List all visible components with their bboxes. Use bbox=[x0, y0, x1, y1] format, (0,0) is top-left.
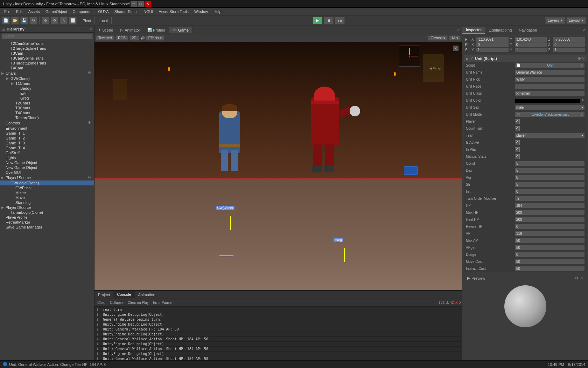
hierarchy-item[interactable]: T3CamSplineTrans bbox=[0, 56, 94, 61]
unit-model-ref[interactable]: 🎮 GW(Clone) (MoveAnimatio ⊙ bbox=[515, 112, 584, 117]
hierarchy-item[interactable]: PlayerProfile bbox=[0, 215, 94, 220]
team-dropdown[interactable]: player ▾ bbox=[515, 133, 584, 138]
hierarchy-close[interactable]: ✕ bbox=[89, 27, 92, 31]
step-button[interactable]: ⏭ bbox=[335, 17, 345, 25]
component-help-icon[interactable]: ? bbox=[582, 56, 584, 61]
textured-btn[interactable]: Textured bbox=[96, 35, 114, 41]
pause-button[interactable]: ⏸ bbox=[324, 17, 334, 25]
hierarchy-settings-icon[interactable]: ⚙ bbox=[88, 175, 93, 180]
console-row[interactable]: ℹUnityEngine.Debug:Log(Object) bbox=[95, 332, 461, 337]
hierarchy-item[interactable]: GuiStuff bbox=[0, 150, 94, 155]
hierarchy-item[interactable]: T4Chars bbox=[0, 110, 94, 115]
hierarchy-item[interactable]: Standing bbox=[0, 200, 94, 205]
hp-input[interactable] bbox=[515, 203, 584, 208]
tab-navigation[interactable]: Navigation bbox=[515, 27, 540, 33]
model-circle-icon[interactable]: ⊙ bbox=[580, 113, 583, 116]
max-ap-input[interactable] bbox=[515, 238, 584, 243]
scale-x-field[interactable] bbox=[476, 48, 509, 52]
menu-assets[interactable]: Assets bbox=[26, 9, 43, 14]
interact-cost-input[interactable] bbox=[515, 266, 584, 271]
console-row[interactable]: ℹUnityEngine.Debug:Log(Object) bbox=[95, 352, 461, 356]
hierarchy-item[interactable]: Tamar(Clone) bbox=[0, 115, 94, 120]
menu-edit[interactable]: Edit bbox=[13, 9, 26, 14]
menu-gameobject[interactable]: GameObject bbox=[43, 9, 70, 14]
tab-animation[interactable]: Animation bbox=[135, 292, 159, 298]
tab-lightmapping[interactable]: Lightmapping bbox=[485, 27, 515, 33]
preview-play-icon[interactable]: ▶ bbox=[467, 276, 470, 280]
init-input[interactable] bbox=[515, 189, 584, 194]
tab-project[interactable]: Project bbox=[94, 292, 113, 298]
console-row[interactable]: ℹUnityEngine.Debug:Log(Object) bbox=[95, 342, 461, 347]
menu-file[interactable]: File bbox=[1, 9, 13, 14]
unit-class-input[interactable] bbox=[515, 91, 584, 96]
pos-z-field[interactable] bbox=[553, 37, 585, 42]
menu-ngui[interactable]: NGUI bbox=[141, 9, 156, 14]
play-button[interactable]: ▶ bbox=[313, 17, 322, 25]
apgen-input[interactable] bbox=[515, 245, 584, 250]
console-row[interactable]: ℹUnit: General Wallace Action: Shoot HP:… bbox=[95, 356, 461, 360]
console-row[interactable]: ℹGeneral Wallace begins turn. bbox=[95, 317, 461, 322]
unit-race-input[interactable] bbox=[515, 84, 584, 89]
unit-sex-dropdown[interactable]: male ▾ bbox=[515, 105, 584, 110]
hierarchy-item[interactable]: T2CamSplineTrans bbox=[0, 41, 94, 46]
gizmos-btn[interactable]: Gizmos ▾ bbox=[428, 35, 448, 41]
error-pause-button[interactable]: Error Pause bbox=[152, 300, 173, 305]
rgb-btn[interactable]: RGB bbox=[115, 35, 128, 41]
layers-dropdown[interactable]: Layers ▾ bbox=[545, 17, 565, 24]
script-ref[interactable]: 📄 Unit ⊙ bbox=[515, 63, 584, 68]
hierarchy-item[interactable]: ▶GW(Clone) bbox=[0, 76, 94, 81]
save-scene-icon[interactable]: 💾 bbox=[20, 17, 28, 25]
maximize-button[interactable]: □ bbox=[138, 1, 144, 7]
hierarchy-settings-icon[interactable]: ⚙ bbox=[88, 71, 93, 76]
str-input[interactable] bbox=[515, 182, 584, 187]
twod-btn[interactable]: 2D bbox=[130, 35, 139, 41]
hierarchy-item[interactable]: Move bbox=[0, 195, 94, 200]
pos-y-field[interactable] bbox=[515, 37, 547, 42]
hierarchy-item[interactable]: T4Cam bbox=[0, 66, 94, 70]
console-row[interactable]: ℹUnityEngine.Debug:Log(Object) bbox=[95, 312, 461, 317]
new-scene-icon[interactable]: 📄 bbox=[2, 17, 10, 25]
rotate-tool-icon[interactable]: ⟳ bbox=[51, 17, 58, 25]
hierarchy-item[interactable]: TamarLogic(Clone) bbox=[0, 210, 94, 215]
ap-input[interactable] bbox=[515, 231, 584, 236]
hierarchy-search-input[interactable] bbox=[1, 33, 93, 39]
unit-script-header[interactable]: ▶ ✓ Unit (Script) ⚙ ? bbox=[464, 55, 587, 62]
tab-inspector[interactable]: Inspector bbox=[462, 27, 485, 34]
hierarchy-item[interactable]: Melee bbox=[0, 190, 94, 195]
component-settings-icon[interactable]: ⚙ bbox=[578, 56, 581, 61]
hierarchy-item[interactable]: Lights bbox=[0, 155, 94, 160]
rect-tool-icon[interactable]: ⬜ bbox=[69, 17, 77, 25]
console-row[interactable]: ℹUnit: General Wallace Action: Shoot HP:… bbox=[95, 347, 461, 352]
scene-gizmo[interactable]: Y bbox=[399, 46, 420, 67]
move-tool-icon[interactable]: ✛ bbox=[42, 17, 49, 25]
rot-z-field[interactable] bbox=[553, 42, 585, 47]
preview-close-icon[interactable]: ✕ bbox=[580, 276, 583, 280]
effects-btn[interactable]: Effects ▾ bbox=[146, 35, 164, 41]
move-cost-input[interactable] bbox=[515, 259, 584, 264]
agi-input[interactable] bbox=[515, 175, 584, 180]
color-edit-icon[interactable]: ✎ bbox=[582, 98, 584, 102]
pos-x-field[interactable] bbox=[476, 37, 509, 42]
color-swatch[interactable] bbox=[515, 98, 580, 103]
hierarchy-item[interactable]: T3Cam bbox=[0, 51, 94, 56]
hierarchy-item[interactable]: OverGUI bbox=[0, 170, 94, 175]
hierarchy-item[interactable]: New Game Object bbox=[0, 165, 94, 170]
console-row[interactable]: ℹUnityEngine.Debug:Log(Object) bbox=[95, 322, 461, 327]
dex-input[interactable] bbox=[515, 168, 584, 173]
close-button[interactable]: ✕ bbox=[145, 1, 151, 7]
const-input[interactable] bbox=[515, 161, 584, 166]
in-play-checkbox[interactable] bbox=[515, 147, 520, 152]
hierarchy-item[interactable]: Game_T_2 bbox=[0, 136, 94, 141]
hierarchy-item[interactable]: Game_T_3 bbox=[0, 141, 94, 145]
turn-order-input[interactable] bbox=[515, 196, 584, 201]
hierarchy-item[interactable]: RetreatMarker bbox=[0, 220, 94, 225]
unit-nick-input[interactable] bbox=[515, 77, 584, 82]
rot-x-field[interactable] bbox=[476, 42, 509, 47]
count-turn-checkbox[interactable] bbox=[515, 126, 520, 131]
inspector-close[interactable]: ✕ bbox=[583, 28, 588, 32]
tab-console[interactable]: Console bbox=[113, 291, 134, 298]
tab-scene[interactable]: ✦Scene bbox=[94, 27, 117, 33]
hierarchy-item[interactable]: Save Game Manager bbox=[0, 225, 94, 230]
tab-animator[interactable]: ▷Animator bbox=[117, 27, 144, 33]
menu-ouya[interactable]: OUYA bbox=[95, 9, 111, 14]
